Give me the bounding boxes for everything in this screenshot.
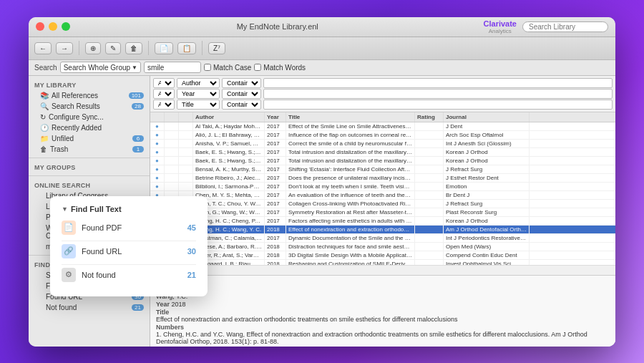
row-author: Anisha, V. P.; Samuel, A. J... — [193, 140, 265, 147]
row-journal: Korean J Orthod — [444, 157, 530, 165]
search-group-dropdown[interactable]: Search Whole Group ▼ — [60, 62, 141, 73]
table-row[interactable]: ● Al Taki, A.; Haydar Mohamm... 2017 Eff… — [150, 122, 615, 131]
year-value: 2018 — [172, 301, 186, 308]
table-row[interactable]: ● Chen, G.; Wang, W.; Wang... 2017 Symme… — [150, 208, 615, 217]
match-words-checkbox[interactable] — [254, 64, 261, 71]
sidebar-item-search-results[interactable]: 🔍 Search Results 28 — [29, 101, 150, 112]
table-row[interactable]: ● Cheng, H. C.; Cheng, P. C... 2017 Fact… — [150, 217, 615, 226]
table-row[interactable]: ● Betrine Ribeiro, J.; Alecrim... 2017 D… — [150, 174, 615, 183]
table-row[interactable]: ● Coastman, C.; Calamia, M... 2017 Dynam… — [150, 234, 615, 243]
row-attach — [165, 131, 179, 139]
table-row[interactable]: ● Bensal, A. K.; Murthy, S. I... 2017 Sh… — [150, 165, 615, 174]
row-author: Betrine Ribeiro, J.; Alecrim... — [193, 174, 265, 182]
toolbar-separator-2 — [148, 41, 149, 55]
table-row[interactable]: ● Cheng, H. C.; Wang, Y. C. 2018 Effect … — [150, 226, 615, 234]
row-rating — [415, 122, 444, 130]
toolbar-edit-button[interactable]: ✎ — [105, 42, 121, 54]
table-row[interactable]: ● Anisha, V. P.; Samuel, A. J... 2017 Co… — [150, 140, 615, 148]
match-case-label: Match Case — [213, 64, 251, 72]
col-head-title[interactable]: Title — [286, 112, 415, 122]
table-row[interactable]: ● Chen, M. Y. S.; Mehta, S. B... 2017 An… — [150, 191, 615, 200]
row-rating — [415, 174, 444, 182]
bottom-panel: Author Chang, H.C. Wang, Y.C. Year 2018 … — [150, 275, 615, 347]
toolbar-doc-button[interactable]: 📄 — [155, 42, 173, 54]
toolbar-add-button[interactable]: ⊕ — [85, 42, 101, 54]
toolbar-clipboard-button[interactable]: 📋 — [177, 42, 196, 54]
row-year: 2017 — [265, 217, 286, 225]
row-journal: Open Med (Wars) — [444, 243, 530, 251]
chevron-down-icon: ▼ — [132, 64, 137, 71]
sidebar-configure-sync-label: Configure Sync... — [49, 113, 104, 121]
toolbar-delete-button[interactable]: 🗑 — [125, 42, 142, 54]
search-logic-1[interactable]: And — [153, 78, 175, 88]
maximize-button[interactable] — [62, 22, 70, 31]
toolbar-back-button[interactable]: ← — [34, 42, 52, 54]
traffic-lights — [36, 22, 70, 31]
search-field-3[interactable]: Title — [177, 100, 220, 110]
search-value-2[interactable] — [263, 89, 613, 99]
sidebar-my-library-header: My Library — [29, 79, 150, 90]
table-row[interactable]: ● Cortese, A.; Barbaro, R.; Tro... 2018 … — [150, 243, 615, 251]
sidebar-item-all-references[interactable]: 📚 All References 101 — [29, 90, 150, 101]
search-library-input[interactable] — [522, 21, 608, 32]
row-year: 2017 — [265, 165, 286, 173]
sidebar-item-trash[interactable]: 🗑 Trash 1 — [29, 144, 150, 155]
row-title: Reshaping and Customization of SMILE-Der… — [286, 260, 415, 265]
clarivate-logo: Clarivate Analytics — [484, 19, 517, 34]
row-year: 2018 — [265, 260, 286, 265]
numbers-field: Numbers 1. Cheng, H.C. and Y.C. Wang, Ef… — [156, 324, 610, 345]
toolbar-z7-button[interactable]: Z⁷ — [208, 42, 225, 54]
col-head-author[interactable]: Author — [193, 112, 265, 122]
sidebar-trash-label: Trash — [50, 145, 68, 153]
minimize-button[interactable] — [49, 22, 57, 31]
row-title: Total intrusion and distalization of the… — [286, 157, 415, 165]
row-title: Distraction techniques for face and smil… — [286, 243, 415, 251]
row-title: Factors affecting smile esthetics in adu… — [286, 217, 415, 225]
row-rating — [415, 260, 444, 265]
match-case-checkbox-label[interactable]: Match Case — [204, 64, 251, 72]
search-logic-2[interactable]: And — [153, 89, 175, 99]
table-row[interactable]: ● Chen, T. C.; Chou, Y. W.; Jih... 2017 … — [150, 200, 615, 208]
sidebar-item-recently-added[interactable]: 🕐 Recently Added — [29, 122, 150, 133]
col-head-rating[interactable]: Rating — [415, 112, 444, 122]
row-icon: ● — [150, 131, 165, 139]
table-row[interactable]: ● Bilbiloni, I.; Sarmona-Pedraxa... 2017… — [150, 183, 615, 191]
popup-found-pdf-row: 📄 Found PDF 45 — [62, 221, 196, 235]
search-field-2[interactable]: Year — [177, 89, 220, 99]
col-head-year[interactable]: Year — [265, 112, 286, 122]
search-field-1[interactable]: Author — [177, 78, 220, 88]
table-row[interactable]: ● Baek, E. S.; Hwang, S.; Kih... 2017 To… — [150, 148, 615, 157]
match-words-label: Match Words — [263, 64, 306, 72]
row-title: 3D Digital Smile Design With a Mobile Ap… — [286, 251, 415, 259]
sidebar-not-found-label: Not found — [46, 304, 77, 311]
sidebar-unfiled-label: Unfiled — [52, 135, 74, 142]
table-row[interactable]: ● Damgaard, I. B.; Riau, A. K... 2018 Re… — [150, 260, 615, 265]
search-input[interactable] — [144, 62, 201, 73]
title-bar: My EndNote Library.enl Clarivate Analyti… — [29, 17, 615, 37]
search-condition-2[interactable]: Contains — [222, 89, 261, 99]
close-button[interactable] — [36, 22, 44, 31]
search-condition-1[interactable]: Contains — [222, 78, 261, 88]
match-case-checkbox[interactable] — [204, 64, 211, 71]
search-condition-3[interactable]: Contains — [222, 100, 261, 110]
row-journal: Int J Anesth Sci (Glossim) — [444, 140, 530, 147]
table-row[interactable]: ● Daher, R.; Arat, S.; Vares, G... 2018 … — [150, 251, 615, 260]
search-logic-3[interactable]: And — [153, 100, 175, 110]
sidebar-item-not-found[interactable]: Not found 21 — [29, 302, 150, 313]
row-rating — [415, 183, 444, 190]
search-value-3[interactable] — [263, 100, 613, 110]
toolbar-forward-button[interactable]: → — [56, 42, 73, 54]
gear-icon: ⚙ — [62, 268, 76, 282]
row-title: Shifting 'Ectasia': Interface Fluid Coll… — [286, 165, 415, 173]
sidebar-item-unfiled[interactable]: 📁 Unfiled 6 — [29, 133, 150, 144]
row-journal: Emotion — [444, 183, 530, 190]
table-header: Author Year Title Rating Journal — [150, 112, 615, 122]
table-row[interactable]: ● Baek, E. S.; Hwang, S.; Ki... 2017 Tot… — [150, 157, 615, 165]
col-head-journal[interactable]: Journal — [444, 112, 530, 122]
sidebar-unfiled-badge: 6 — [132, 135, 144, 142]
sidebar-item-configure-sync[interactable]: ↻ Configure Sync... — [29, 112, 150, 122]
reference-table: Author Year Title Rating Journal ● Al Ta… — [150, 112, 615, 265]
table-row[interactable]: ● Alió, J. L.; El Bahrawy, M. A... 2017 … — [150, 131, 615, 140]
match-words-checkbox-label[interactable]: Match Words — [254, 64, 306, 72]
search-value-1[interactable] — [263, 78, 613, 88]
